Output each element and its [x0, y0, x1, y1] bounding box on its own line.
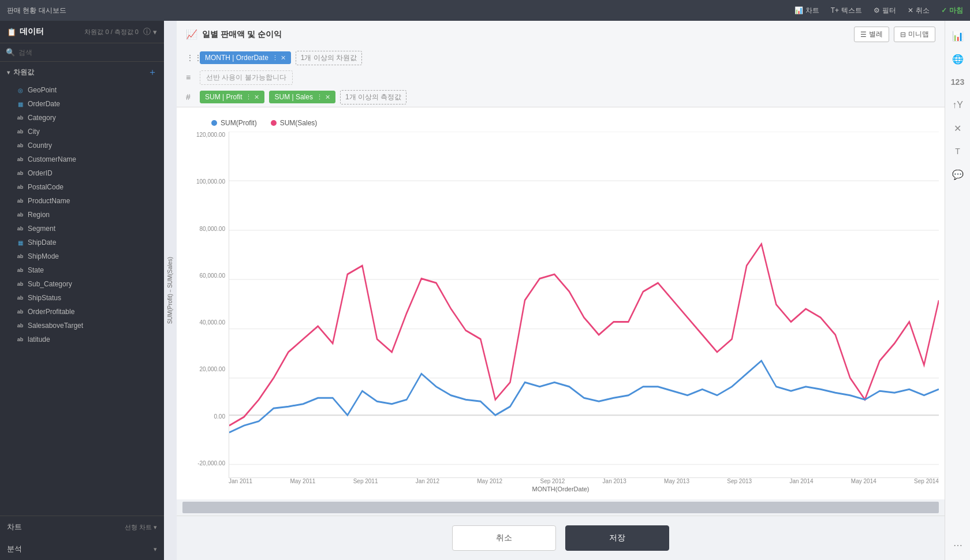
cancel-button[interactable]: 취소 — [452, 525, 556, 551]
top-bar-cancel[interactable]: ✕ 취소 — [908, 6, 930, 16]
save-button[interactable]: 저장 — [565, 525, 669, 551]
chart-area: SUM(Profit) SUM(Sales) 120,000.00 100,00… — [177, 107, 945, 499]
right-panel-settings[interactable]: ⋯ — [947, 535, 968, 555]
chart-wrapper: 120,000.00 100,000.00 80,000.00 60,000.0… — [182, 132, 939, 478]
chart-toolbar: 📈 일별 판매액 및 순이익 ☰ 별레 ⊟ 미니맵 ⋮⋮⋮ MO — [177, 21, 945, 107]
sidebar-item-city[interactable]: ab City — [0, 125, 164, 139]
list-button[interactable]: ☰ 별레 — [854, 27, 889, 42]
ab-icon-segment: ab — [16, 225, 24, 233]
x-tick-may2011: May 2011 — [290, 478, 315, 484]
dimensions-header[interactable]: ▾ 차원값 ＋ — [0, 62, 164, 83]
add-dimension-icon[interactable]: ＋ — [148, 66, 157, 79]
sidebar-chart-section[interactable]: 차트 선형 차트 ▾ — [0, 516, 164, 538]
sidebar-analysis-section[interactable]: 분석 ▾ — [0, 538, 164, 560]
sidebar-expand-icon[interactable]: ▾ — [153, 28, 157, 36]
ab-icon-customer: ab — [16, 155, 24, 163]
sidebar-item-country[interactable]: ab Country — [0, 139, 164, 152]
y-tick-100k: 100,000.00 — [182, 178, 229, 185]
profit-chip-dots: ⋮ — [245, 94, 252, 101]
sidebar: 📋 데이터 차원값 0 / 측정값 0 ⓘ ▾ 🔍 ▾ 차원값 ＋ ◎ GeoP… — [0, 21, 164, 560]
right-panel-text-format[interactable]: T — [947, 141, 968, 162]
right-panel-sort[interactable]: ↑Y — [947, 95, 968, 115]
sidebar-info-icon[interactable]: ⓘ — [143, 27, 151, 37]
x-tick-sep2011: Sep 2011 — [353, 478, 378, 484]
search-icon: 🔍 — [6, 48, 15, 57]
dimensions-label: 차원값 — [13, 68, 34, 77]
measure-disabled-text: 선반 사용이 불가능합니다 — [200, 70, 293, 85]
y-tick-20k: 20,000.00 — [182, 366, 229, 372]
sidebar-item-shipdate[interactable]: ▦ ShipDate — [0, 236, 164, 249]
sales-chip-close[interactable]: ✕ — [325, 94, 330, 101]
sidebar-item-segment[interactable]: ab Segment — [0, 222, 164, 236]
sidebar-item-subcategory[interactable]: ab Sub_Category — [0, 277, 164, 291]
legend-profit: SUM(Profit) — [211, 119, 257, 127]
sidebar-item-orderid[interactable]: ab OrderID — [0, 166, 164, 180]
measure-filter-row: # SUM | Profit ⋮ ✕ SUM | Sales ⋮ ✕ 1개 이상… — [177, 87, 945, 107]
ab-icon-country: ab — [16, 141, 24, 150]
measure-more-chip[interactable]: 1개 이상의 측정값 — [340, 90, 406, 104]
minimap-button[interactable]: ⊟ 미니맵 — [894, 27, 935, 42]
sidebar-bottom: 차트 선형 차트 ▾ 분석 ▾ — [0, 516, 164, 560]
ab-icon-orderid: ab — [16, 169, 24, 177]
right-panel-comment[interactable]: 💬 — [947, 164, 968, 185]
sidebar-item-region[interactable]: ab Region — [0, 208, 164, 222]
measure-profit-chip[interactable]: SUM | Profit ⋮ ✕ — [200, 91, 264, 103]
right-panel-axis[interactable]: ✕ — [947, 118, 968, 139]
sidebar-item-category[interactable]: ab Category — [0, 111, 164, 125]
top-bar-title: 판매 현황 대시보드 — [7, 6, 794, 16]
right-panel-number[interactable]: 123 — [947, 72, 968, 92]
search-input[interactable] — [18, 48, 158, 57]
sidebar-item-latitude[interactable]: ab latitude — [0, 333, 164, 346]
sidebar-item-shipmode[interactable]: ab ShipMode — [0, 249, 164, 263]
measure-row-icon: ≡ — [186, 73, 195, 82]
y-axis-side-label: SUM(Profit)－SUM(Sales) — [166, 257, 174, 324]
top-bar-text[interactable]: T+ 텍스트 — [831, 6, 862, 16]
x-tick-jan2012: Jan 2012 — [416, 478, 439, 484]
text-format-icon: T — [955, 147, 960, 156]
sidebar-item-customername[interactable]: ab CustomerName — [0, 152, 164, 166]
sort-icon: ↑Y — [952, 100, 963, 110]
chart-scrollbar[interactable] — [182, 502, 939, 513]
sidebar-item-productname[interactable]: ab ProductName — [0, 194, 164, 208]
sidebar-item-postalcode[interactable]: ab PostalCode — [0, 180, 164, 194]
y-tick-60k: 60,000.00 — [182, 272, 229, 279]
sidebar-item-state[interactable]: ab State — [0, 263, 164, 277]
chart-type-icon: 📈 — [186, 29, 197, 40]
x-tick-may2012: May 2012 — [477, 478, 502, 484]
right-panel-globe[interactable]: 🌐 — [947, 48, 968, 69]
sidebar-item-orderdate[interactable]: ▦ OrderDate — [0, 97, 164, 111]
dimension-chip[interactable]: MONTH | OrderDate ⋮ ✕ — [200, 51, 291, 64]
dimension-chip-dots: ⋮ — [272, 54, 278, 62]
x-tick-sep2013: Sep 2013 — [727, 478, 752, 484]
x-tick-may2013: May 2013 — [664, 478, 689, 484]
finish-icon: ✓ — [941, 6, 947, 14]
right-panel-bar-chart[interactable]: 📊 — [947, 25, 968, 46]
sidebar-item-shipstatus[interactable]: ab ShipStatus — [0, 291, 164, 305]
y-tick-40k: 40,000.00 — [182, 319, 229, 326]
y-tick-neg20k: -20,000.00 — [182, 460, 229, 466]
ab-icon-shipmode: ab — [16, 252, 24, 260]
sidebar-item-salesabovetarget[interactable]: ab SalesaboveTarget — [0, 319, 164, 333]
legend-profit-label: SUM(Profit) — [221, 119, 257, 127]
bottom-bar: 취소 저장 — [177, 516, 945, 560]
x-axis: Jan 2011 May 2011 Sep 2011 Jan 2012 May … — [182, 478, 939, 484]
x-tick-jan2014: Jan 2014 — [789, 478, 813, 484]
date-icon-ship: ▦ — [16, 238, 24, 247]
top-bar-chart[interactable]: 📊 차트 — [794, 6, 819, 16]
top-bar-filter[interactable]: ⚙ 필터 — [874, 6, 896, 16]
ab-icon-subcat: ab — [16, 280, 24, 288]
dimension-more-chip[interactable]: 1개 이상의 차원값 — [296, 51, 362, 65]
sales-chip-dots: ⋮ — [316, 94, 323, 101]
sidebar-item-orderprofitable[interactable]: ab OrderProfitable — [0, 305, 164, 319]
y-tick-80k: 80,000.00 — [182, 226, 229, 232]
x-tick-sep2014: Sep 2014 — [914, 478, 939, 484]
measure-sales-chip[interactable]: SUM | Sales ⋮ ✕ — [269, 91, 335, 103]
top-bar-finish[interactable]: ✓ 마침 — [941, 6, 963, 16]
sidebar-item-geopoint[interactable]: ◎ GeoPoint — [0, 83, 164, 97]
number-icon: 123 — [951, 77, 964, 87]
chart-title-bar: 📈 일별 판매액 및 순이익 ☰ 별레 ⊟ 미니맵 — [177, 21, 945, 48]
dimension-chip-close[interactable]: ✕ — [281, 54, 286, 62]
ab-icon-sales: ab — [16, 322, 24, 330]
legend-sales-label: SUM(Sales) — [280, 119, 318, 127]
profit-chip-close[interactable]: ✕ — [254, 94, 259, 101]
